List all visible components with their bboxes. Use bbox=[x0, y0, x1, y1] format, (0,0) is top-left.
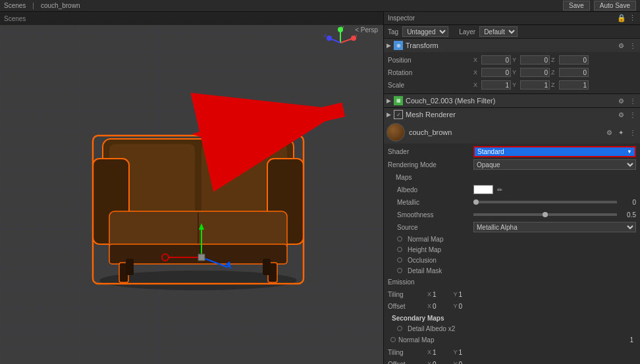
viewport[interactable]: Scenes < Persp x y z bbox=[0, 12, 383, 364]
tiling2-x-field: X 1 bbox=[427, 349, 437, 356]
rotation-values: X Y Z bbox=[473, 68, 636, 77]
rendering-mode-select[interactable]: Opaque bbox=[473, 159, 636, 170]
shader-dropdown-container[interactable]: Standard ▼ bbox=[473, 146, 636, 157]
offset-values: X 0 Y 0 bbox=[427, 303, 636, 310]
transform-actions: ⚙ ⋮ bbox=[616, 42, 637, 49]
tiling2-row: Tiling X 1 Y 1 bbox=[388, 346, 636, 358]
tag-label: Tag bbox=[388, 28, 398, 36]
rotation-row: Rotation X Y Z bbox=[388, 66, 636, 78]
viewport-topbar: Scenes bbox=[0, 12, 383, 25]
meshrenderer-menu-icon[interactable]: ⋮ bbox=[628, 111, 637, 118]
meshrenderer-checkbox[interactable]: ✓ bbox=[394, 110, 403, 119]
meshfilter-icon: ▦ bbox=[394, 96, 403, 105]
meshfilter-settings-icon[interactable]: ⚙ bbox=[616, 97, 626, 105]
position-x-input[interactable] bbox=[481, 55, 511, 65]
material-actions: ⚙ ✦ ⋮ bbox=[604, 129, 637, 136]
mesh-filter-title: Couch_02.003 (Mesh Filter) bbox=[406, 97, 616, 105]
albedo-pencil-icon[interactable]: ✏ bbox=[497, 186, 502, 194]
layer-select[interactable]: Default bbox=[479, 26, 518, 37]
rotation-x-input[interactable] bbox=[481, 68, 511, 77]
offset2-y-label: Y bbox=[454, 361, 458, 364]
detail-albedo-row: Detail Albedo x2 bbox=[388, 323, 636, 334]
scale-label: Scale bbox=[388, 82, 473, 89]
normal-map2-radio[interactable] bbox=[390, 337, 396, 342]
scenes-label: Scenes bbox=[4, 2, 26, 9]
position-values: X Y Z bbox=[473, 55, 636, 65]
rotation-label: Rotation bbox=[388, 69, 473, 76]
rotation-y-input[interactable] bbox=[520, 68, 550, 77]
smoothness-value: 0.5 bbox=[620, 211, 636, 219]
mesh-renderer-header[interactable]: ▶ ✓ Mesh Renderer ⚙ ⋮ bbox=[384, 108, 640, 121]
offset-row: Offset X 0 Y 0 bbox=[388, 300, 636, 312]
smoothness-slider[interactable] bbox=[473, 213, 617, 216]
offset-x-val: 0 bbox=[433, 303, 437, 310]
emission-row: Emission bbox=[388, 276, 636, 288]
metallic-slider[interactable] bbox=[473, 201, 617, 203]
shader-value: Standard bbox=[477, 148, 627, 155]
meshfilter-arrow-icon: ▶ bbox=[387, 97, 391, 104]
rotation-x-field: X bbox=[473, 68, 511, 77]
smoothness-slider-container: 0.5 bbox=[473, 211, 636, 219]
scale-y-input[interactable] bbox=[520, 80, 550, 90]
position-y-input[interactable] bbox=[520, 55, 550, 65]
position-z-input[interactable] bbox=[559, 55, 589, 65]
offset-y-label: Y bbox=[454, 303, 458, 309]
meshrenderer-settings-icon[interactable]: ⚙ bbox=[616, 111, 626, 118]
transform-header[interactable]: ▶ ⊕ Transform ⚙ ⋮ bbox=[384, 39, 640, 52]
rendering-mode-label: Rendering Mode bbox=[388, 161, 473, 169]
detail-mask-radio[interactable] bbox=[397, 268, 402, 273]
offset-y-val: 0 bbox=[459, 303, 463, 310]
normal-map-row: Normal Map bbox=[388, 234, 636, 244]
height-map-radio[interactable] bbox=[397, 247, 402, 252]
tiling-row: Tiling X 1 Y 1 bbox=[388, 288, 636, 300]
sy-label: Y bbox=[512, 82, 519, 88]
position-x-field: X bbox=[473, 55, 511, 65]
transform-arrow-icon: ▶ bbox=[387, 42, 391, 49]
maps-row: Maps bbox=[388, 171, 636, 183]
offset2-y-val: 0 bbox=[459, 361, 463, 365]
material-star-icon[interactable]: ✦ bbox=[616, 129, 626, 136]
meshfilter-menu-icon[interactable]: ⋮ bbox=[628, 97, 637, 105]
rz-label: Z bbox=[551, 69, 558, 76]
lock-icon[interactable]: 🔒 bbox=[617, 14, 626, 22]
normal-map-radio[interactable] bbox=[397, 236, 402, 242]
albedo-color-swatch[interactable] bbox=[473, 185, 493, 194]
tag-select[interactable]: Untagged bbox=[402, 26, 448, 37]
maps-label: Maps bbox=[388, 174, 473, 181]
offset-x-field: X 0 bbox=[427, 303, 437, 310]
metallic-slider-container: 0 bbox=[473, 199, 636, 206]
rotation-z-input[interactable] bbox=[559, 68, 589, 77]
occlusion-radio[interactable] bbox=[397, 257, 402, 263]
material-header: couch_brown ⚙ ✦ ⋮ bbox=[384, 121, 640, 143]
y-label: Y bbox=[512, 57, 519, 63]
inspector-topbar: Inspector 🔒 ⋮ bbox=[384, 12, 640, 25]
svg-text:y: y bbox=[341, 26, 344, 30]
normal-map-label: Normal Map bbox=[408, 236, 443, 243]
save-button[interactable]: Save bbox=[563, 1, 590, 11]
albedo-row: Albedo ✏ bbox=[388, 184, 636, 195]
shader-dropdown-arrow: ▼ bbox=[627, 149, 632, 155]
material-settings-icon[interactable]: ⚙ bbox=[604, 129, 614, 136]
rx-label: X bbox=[473, 69, 480, 76]
scale-x-input[interactable] bbox=[481, 80, 511, 90]
material-menu-icon[interactable]: ⋮ bbox=[628, 129, 637, 136]
meshrenderer-arrow-icon: ▶ bbox=[387, 111, 391, 118]
autosave-button[interactable]: Auto Save bbox=[594, 1, 636, 11]
mesh-filter-header[interactable]: ▶ ▦ Couch_02.003 (Mesh Filter) ⚙ ⋮ bbox=[384, 94, 640, 107]
meshfilter-actions: ⚙ ⋮ bbox=[616, 97, 637, 105]
detail-mask-row: Detail Mask bbox=[388, 265, 636, 276]
source-select[interactable]: Metallic Alpha bbox=[473, 222, 636, 232]
more-icon[interactable]: ⋮ bbox=[629, 14, 636, 22]
transform-body: Position X Y Z bbox=[384, 52, 640, 93]
scale-z-input[interactable] bbox=[559, 80, 589, 90]
svg-rect-28 bbox=[198, 254, 205, 261]
rotation-y-field: Y bbox=[512, 68, 550, 77]
viewport-scenes-label: Scenes bbox=[4, 15, 26, 22]
transform-settings-icon[interactable]: ⚙ bbox=[616, 42, 626, 49]
transform-menu-icon[interactable]: ⋮ bbox=[628, 42, 637, 49]
sz-label: Z bbox=[551, 82, 558, 88]
main-content: Scenes < Persp x y z bbox=[0, 12, 640, 364]
transform-component: ▶ ⊕ Transform ⚙ ⋮ Position X bbox=[384, 39, 640, 94]
scale-values: X Y Z bbox=[473, 80, 636, 90]
detail-albedo-radio[interactable] bbox=[397, 326, 402, 331]
